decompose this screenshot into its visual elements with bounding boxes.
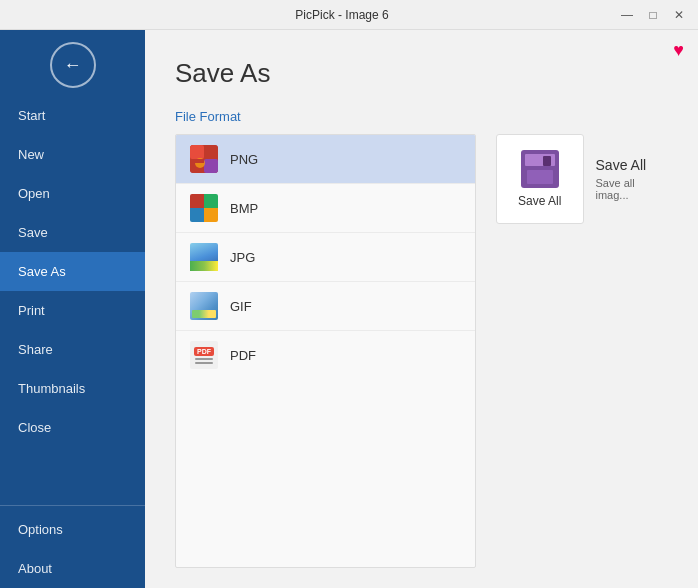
bmp-icon bbox=[190, 194, 218, 222]
jpg-icon bbox=[190, 243, 218, 271]
sidebar-item-close[interactable]: Close bbox=[0, 408, 145, 447]
app-body: ← Start New Open Save Save As Print Shar… bbox=[0, 30, 698, 588]
sidebar-item-print[interactable]: Print bbox=[0, 291, 145, 330]
window-controls: — □ ✕ bbox=[616, 5, 690, 25]
content-inner: Save As File Format bbox=[145, 30, 698, 588]
page-title: Save As bbox=[175, 58, 668, 89]
window-title: PicPick - Image 6 bbox=[68, 8, 616, 22]
sidebar-item-save[interactable]: Save bbox=[0, 213, 145, 252]
sidebar-item-start[interactable]: Start bbox=[0, 96, 145, 135]
section-label: File Format bbox=[175, 109, 668, 124]
save-all-label: Save All bbox=[518, 194, 561, 208]
content-row: PNG BMP JPG bbox=[175, 134, 668, 568]
format-label-gif: GIF bbox=[230, 299, 252, 314]
format-label-bmp: BMP bbox=[230, 201, 258, 216]
sidebar: ← Start New Open Save Save As Print Shar… bbox=[0, 30, 145, 588]
sidebar-item-thumbnails[interactable]: Thumbnails bbox=[0, 369, 145, 408]
sidebar-item-share[interactable]: Share bbox=[0, 330, 145, 369]
sidebar-item-open[interactable]: Open bbox=[0, 174, 145, 213]
content-area: ♥ Save As File Format bbox=[145, 30, 698, 588]
format-label-pdf: PDF bbox=[230, 348, 256, 363]
sidebar-item-save-as[interactable]: Save As bbox=[0, 252, 145, 291]
svg-rect-1 bbox=[190, 145, 204, 159]
sidebar-divider bbox=[0, 505, 145, 506]
heart-icon: ♥ bbox=[673, 40, 684, 61]
svg-rect-2 bbox=[204, 159, 218, 173]
title-bar: PicPick - Image 6 — □ ✕ bbox=[0, 0, 698, 30]
minimize-button[interactable]: — bbox=[616, 5, 638, 25]
save-all-disk-icon bbox=[521, 150, 559, 188]
format-item-pdf[interactable]: PDF PDF bbox=[176, 331, 475, 379]
save-all-button[interactable]: Save All bbox=[496, 134, 584, 224]
save-all-info: Save All Save all imag... bbox=[596, 157, 668, 201]
pdf-icon: PDF bbox=[190, 341, 218, 369]
save-all-description: Save all imag... bbox=[596, 177, 668, 201]
back-button[interactable]: ← bbox=[50, 42, 96, 88]
format-item-png[interactable]: PNG bbox=[176, 135, 475, 184]
format-label-jpg: JPG bbox=[230, 250, 255, 265]
format-list: PNG BMP JPG bbox=[175, 134, 476, 568]
format-item-bmp[interactable]: BMP bbox=[176, 184, 475, 233]
sidebar-item-new[interactable]: New bbox=[0, 135, 145, 174]
save-all-area: Save All Save All Save all imag... bbox=[496, 134, 668, 568]
gif-icon bbox=[190, 292, 218, 320]
png-icon bbox=[190, 145, 218, 173]
format-item-gif[interactable]: GIF bbox=[176, 282, 475, 331]
maximize-button[interactable]: □ bbox=[642, 5, 664, 25]
sidebar-item-options[interactable]: Options bbox=[0, 510, 145, 549]
svg-rect-4 bbox=[190, 159, 204, 163]
format-item-jpg[interactable]: JPG bbox=[176, 233, 475, 282]
save-all-title: Save All bbox=[596, 157, 668, 173]
format-label-png: PNG bbox=[230, 152, 258, 167]
sidebar-nav: Start New Open Save Save As Print Share … bbox=[0, 96, 145, 588]
sidebar-item-about[interactable]: About bbox=[0, 549, 145, 588]
close-button[interactable]: ✕ bbox=[668, 5, 690, 25]
